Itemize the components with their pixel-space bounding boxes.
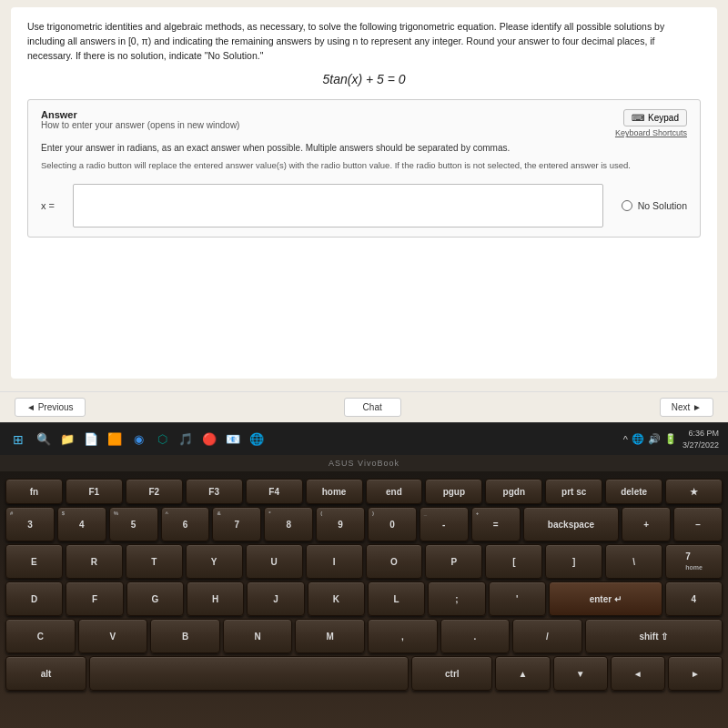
- f2-key[interactable]: F2: [126, 479, 183, 504]
- windows-start-icon[interactable]: ⊞: [9, 430, 27, 449]
- prtsc-key[interactable]: prt sc: [545, 479, 602, 504]
- chrome-icon[interactable]: 🌐: [248, 430, 266, 449]
- chevron-up-icon[interactable]: ^: [623, 434, 628, 445]
- numpad-plus[interactable]: +: [622, 507, 671, 541]
- delete-key[interactable]: delete: [605, 479, 662, 504]
- numpad-4[interactable]: 4: [665, 581, 723, 616]
- app2-icon[interactable]: 🔴: [200, 430, 218, 449]
- app3-icon[interactable]: 📧: [224, 430, 242, 449]
- key-c[interactable]: C: [5, 619, 76, 653]
- key-b[interactable]: B: [150, 619, 220, 653]
- key-g[interactable]: G: [126, 581, 184, 616]
- key-9[interactable]: ( 9: [316, 507, 365, 541]
- key-j[interactable]: J: [247, 581, 304, 616]
- keypad-button[interactable]: ⌨ Keypad: [623, 109, 687, 126]
- answer-input[interactable]: [73, 184, 603, 228]
- arrow-right-key[interactable]: ►: [668, 656, 723, 691]
- pgdn-key[interactable]: pgdn: [485, 479, 542, 504]
- taskbar-app-icons: 🔍 📁 📄 🟧 ◉ ⬡ 🎵 🔴 📧 🌐: [35, 430, 266, 449]
- meet-icon[interactable]: ⬡: [153, 430, 171, 449]
- how-to-enter-link[interactable]: How to enter your answer (opens in new w…: [41, 120, 239, 130]
- backspace-key[interactable]: backspace: [523, 507, 620, 541]
- key-0[interactable]: ) 0: [368, 507, 417, 541]
- key-r[interactable]: R: [66, 544, 123, 579]
- enter-key[interactable]: enter ↵: [549, 581, 662, 616]
- numpad-7[interactable]: 7home: [665, 544, 723, 579]
- key-4[interactable]: $ 4: [57, 507, 106, 541]
- alt-left-key[interactable]: alt: [5, 656, 86, 691]
- arrow-left-key[interactable]: ◄: [611, 656, 665, 691]
- key-k[interactable]: K: [308, 581, 365, 616]
- spacebar-key[interactable]: [89, 656, 409, 691]
- key-backslash[interactable]: \: [605, 544, 662, 579]
- key-6[interactable]: ^ 6: [161, 507, 210, 541]
- shift-right-key[interactable]: shift ⇧: [585, 619, 723, 653]
- key-rbracket[interactable]: ]: [545, 544, 602, 579]
- key-semicolon[interactable]: ;: [428, 581, 485, 616]
- keyboard: fn F1 F2 F3 F4 home end pgup pgdn prt sc…: [5, 479, 723, 691]
- key-t[interactable]: T: [126, 544, 183, 579]
- key-f[interactable]: F: [66, 581, 123, 616]
- key-y[interactable]: Y: [186, 544, 243, 579]
- battery-icon[interactable]: 🔋: [664, 433, 677, 445]
- chat-button[interactable]: Chat: [344, 398, 401, 417]
- key-7[interactable]: & 7: [212, 507, 261, 541]
- no-solution-option[interactable]: No Solution: [622, 200, 687, 211]
- number-key-row: # 3 $ 4 % 5 ^ 6 & 7 * 8: [5, 507, 723, 541]
- docs-icon[interactable]: 📄: [82, 430, 100, 449]
- system-tray-icons: ^ 🌐 🔊 🔋: [623, 433, 677, 445]
- key-u[interactable]: U: [246, 544, 303, 579]
- ctrl-right-key[interactable]: ctrl: [411, 656, 492, 691]
- arrow-up-key[interactable]: ▲: [495, 656, 550, 691]
- star-key[interactable]: ★: [665, 479, 723, 504]
- numpad-minus[interactable]: −: [673, 507, 723, 541]
- next-button[interactable]: Next ►: [660, 398, 713, 417]
- key-3[interactable]: # 3: [5, 507, 55, 541]
- search-taskbar-icon[interactable]: 🔍: [35, 430, 53, 449]
- key-minus[interactable]: _ -: [420, 507, 469, 541]
- end-key[interactable]: end: [366, 479, 423, 504]
- answer-left: Answer How to enter your answer (opens i…: [41, 109, 239, 136]
- app1-icon[interactable]: 🟧: [106, 430, 124, 449]
- key-v[interactable]: V: [78, 619, 148, 653]
- input-row: x = No Solution: [41, 184, 687, 228]
- key-5[interactable]: % 5: [109, 507, 158, 541]
- key-lbracket[interactable]: [: [485, 544, 542, 579]
- key-h[interactable]: H: [187, 581, 244, 616]
- fn-key[interactable]: fn: [5, 479, 63, 504]
- f1-key[interactable]: F1: [66, 479, 123, 504]
- f3-key[interactable]: F3: [186, 479, 243, 504]
- keyboard-shortcuts-link[interactable]: Keyboard Shortcuts: [615, 128, 687, 137]
- zxcv-key-row: C V B N M , . / shift ⇧: [5, 619, 723, 653]
- key-comma[interactable]: ,: [368, 619, 438, 653]
- key-i[interactable]: I: [306, 544, 363, 579]
- key-8[interactable]: * 8: [264, 507, 313, 541]
- f4-key[interactable]: F4: [246, 479, 303, 504]
- file-explorer-icon[interactable]: 📁: [58, 430, 76, 449]
- key-n[interactable]: N: [223, 619, 293, 653]
- previous-button[interactable]: ◄ Previous: [15, 398, 86, 417]
- key-d[interactable]: D: [5, 581, 63, 616]
- volume-icon[interactable]: 🔊: [648, 433, 661, 445]
- edge-icon[interactable]: ◉: [129, 430, 147, 449]
- key-slash[interactable]: /: [512, 619, 582, 653]
- key-e[interactable]: E: [5, 544, 63, 579]
- key-p[interactable]: P: [425, 544, 482, 579]
- laptop-brand-label: ASUS VivoBook: [329, 459, 399, 468]
- arrow-down-key[interactable]: ▼: [553, 656, 608, 691]
- onenote-icon[interactable]: 🎵: [177, 430, 195, 449]
- key-o[interactable]: O: [366, 544, 423, 579]
- key-l[interactable]: L: [368, 581, 425, 616]
- key-equals[interactable]: + =: [471, 507, 521, 541]
- navigation-bar: ◄ Previous Chat Next ►: [0, 391, 728, 422]
- laptop-brand-bezel: ASUS VivoBook: [0, 455, 728, 471]
- no-solution-label: No Solution: [638, 200, 687, 211]
- key-apostrophe[interactable]: ': [489, 581, 546, 616]
- key-m[interactable]: M: [295, 619, 365, 653]
- key-period[interactable]: .: [440, 619, 511, 653]
- home-key[interactable]: home: [306, 479, 363, 504]
- x-equals-label: x =: [41, 200, 55, 211]
- no-solution-radio-circle[interactable]: [622, 200, 632, 211]
- pgup-key[interactable]: pgup: [425, 479, 482, 504]
- network-icon[interactable]: 🌐: [632, 433, 644, 445]
